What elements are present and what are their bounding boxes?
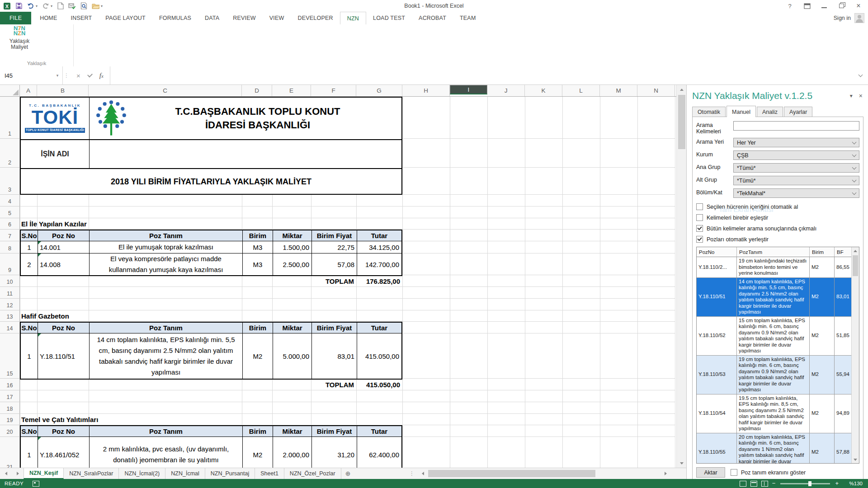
table-cell[interactable]: M3 [243,241,273,253]
column-header-N[interactable]: N [637,85,675,96]
table-cell[interactable]: 14.008 [38,253,90,275]
column-header-L[interactable]: L [562,85,600,96]
email-approve-icon[interactable] [68,2,76,10]
redo-icon[interactable] [42,2,49,10]
horizontal-scroll-thumb[interactable] [428,470,595,477]
table-header-cell[interactable]: Miktar [273,323,312,333]
page-layout-view-icon[interactable] [750,481,757,487]
scroll-up-icon[interactable] [677,85,687,94]
undo-icon[interactable] [27,2,34,10]
grid-cell[interactable]: Y.18.110/55 [697,433,737,464]
dropdown-ana-grup[interactable]: *Tümü* [733,163,859,173]
table-header-cell[interactable]: Poz Tanım [90,323,243,333]
results-scroll-thumb[interactable] [853,255,858,276]
table-cell[interactable]: Y.18.110/51 [38,333,90,379]
grid-cell[interactable]: M2 [810,257,835,278]
table-header-cell[interactable]: Birim Fiyat [312,426,357,436]
column-header-J[interactable]: J [487,85,525,96]
table-header-cell[interactable]: Tutar [357,230,401,241]
ribbon-tab-review[interactable]: REVIEW [226,12,263,24]
column-header-D[interactable]: D [242,85,272,96]
aktar-button[interactable]: Aktar [696,467,725,478]
select-all-corner[interactable] [0,85,20,96]
enter-icon[interactable] [87,72,93,77]
table-header-cell[interactable]: Birim Fiyat [312,230,357,241]
table-cell[interactable]: 2 mm kalınlıkta, pvc esaslı, (uv dayanım… [90,437,243,468]
expand-formula-bar-icon[interactable] [853,66,868,84]
column-header-I[interactable]: I [450,85,487,94]
ribbon-tab-formulas[interactable]: FORMULAS [152,12,198,24]
row-header-2[interactable]: 2 [0,139,20,168]
table-header-cell[interactable]: Birim [243,323,273,333]
sheet-nav-left-icon[interactable] [0,468,12,479]
dropdown-alt-grup[interactable]: *Tümü* [733,176,859,185]
table-header-cell[interactable]: Poz No [38,426,90,436]
table-header-cell[interactable]: S.No [21,426,38,436]
normal-view-icon[interactable] [740,481,746,487]
new-document-icon[interactable] [57,2,64,10]
ribbon-tab-team[interactable]: TEAM [453,12,483,24]
dropdown-arama-yeri[interactable]: Her Yer [733,138,859,147]
zoom-slider-knob[interactable] [808,481,811,486]
grid-cell[interactable]: Y.18.110/53 [697,355,737,394]
grid-cell[interactable]: 19 cm kalınlığındaki teçhizatlı bimsbeto… [737,257,810,278]
row-header-5[interactable]: 5 [0,206,20,218]
grid-cell[interactable]: Y.18.110/51 [697,277,737,316]
pane-tab-manuel[interactable]: Manuel [726,106,756,117]
results-scroll-down-icon[interactable] [852,456,859,463]
table-header-cell[interactable]: Miktar [273,230,312,241]
column-header-C[interactable]: C [89,85,242,96]
table-cell[interactable]: 2 [21,253,38,275]
ribbon-tab-nzn[interactable]: NZN [340,12,366,25]
table-header-cell[interactable]: Birim Fiyat [312,323,357,333]
name-box[interactable]: I45 ▾ [0,66,63,84]
results-scrollbar[interactable] [851,247,859,463]
grid-cell[interactable]: Y.18.110/2... [697,257,737,278]
minimize-icon[interactable] [820,2,828,9]
table-header-cell[interactable]: Birim [243,426,273,436]
table-cell[interactable]: 1 [21,241,38,253]
row-header-1[interactable]: 1 [0,97,20,139]
table-header-cell[interactable]: Poz No [38,323,90,333]
zoom-out-icon[interactable]: − [772,481,776,486]
undo-dropdown-icon[interactable]: ▾ [36,4,38,8]
column-header-K[interactable]: K [525,85,562,96]
table-cell[interactable]: 1 [21,333,38,379]
table-cell[interactable]: M3 [243,253,273,275]
row-header-17[interactable]: 17 [0,390,20,402]
column-header-E[interactable]: E [272,85,311,96]
open-folder-icon[interactable] [92,2,99,10]
grid-cell[interactable]: 20 cm toplam kalınlıkta, EPS kalınlığı m… [737,433,810,464]
sheet-tab-nzn-i-cmal-2-[interactable]: NZN_İcmal(2) [119,468,165,479]
grid-row[interactable]: Y.18.110/5114 cm toplam kalınlıkta, EPS … [697,277,859,316]
pane-close-icon[interactable]: × [859,92,863,99]
print-preview-icon[interactable] [80,2,88,10]
grid-header-birim[interactable]: Birim [810,247,835,257]
save-icon[interactable] [15,2,23,10]
grid-cell[interactable]: 14 cm toplam kalınlıkta, EPS kalınlığı m… [737,277,810,316]
sheet-tab-nzn-s-ral-pozlar[interactable]: NZN_SıralıPozlar [64,468,119,479]
grid-cell[interactable]: 15 cm toplam kalınlıkta, EPS kalınlığı m… [737,316,810,355]
table-cell[interactable]: 31,20 [312,437,357,468]
column-header-B[interactable]: B [37,85,89,96]
grid-row[interactable]: Y.18.110/5215 cm toplam kalınlıkta, EPS … [697,316,859,355]
dropdown-kurum[interactable]: ÇŞB [733,150,859,160]
row-header-19[interactable]: 19 [0,414,20,425]
grid-cell[interactable]: 19 cm toplam kalınlıkta, EPS kalınlığı m… [737,355,810,394]
work-name-value[interactable] [90,140,401,168]
row-header-14[interactable]: 14 [0,322,20,333]
checkbox[interactable] [696,236,703,243]
table-cell[interactable]: 14.001 [38,241,90,253]
row-header-13[interactable]: 13 [0,310,20,322]
table-cell[interactable]: 22,75 [312,241,357,253]
redo-dropdown-icon[interactable]: ▾ [51,4,52,8]
table-cell[interactable]: 142.700,00 [357,253,401,275]
zoom-in-icon[interactable]: + [835,481,839,486]
sheet-tab-nzn-pursantaj[interactable]: NZN_Pursantaj [205,468,255,479]
table-header-cell[interactable]: Poz No [38,230,90,241]
table-cell[interactable]: M2 [243,333,273,379]
ribbon-display-options-icon[interactable] [803,2,811,9]
new-sheet-icon[interactable]: ⊕ [341,468,355,479]
ribbon-tab-data[interactable]: DATA [198,12,226,24]
table-cell[interactable]: 14 cm toplam kalınlıkta, EPS kalınlığı m… [90,333,243,379]
